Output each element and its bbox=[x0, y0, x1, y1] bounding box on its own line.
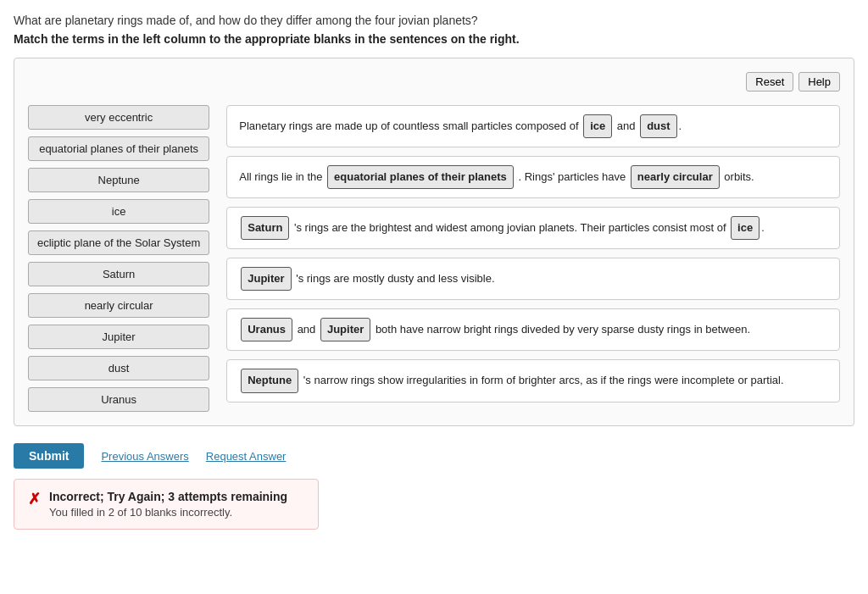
exercise-container: Reset Help very eccentricequatorial plan… bbox=[14, 58, 854, 426]
reset-button[interactable]: Reset bbox=[746, 72, 793, 92]
term-box[interactable]: ice bbox=[28, 199, 209, 224]
request-answer-button[interactable]: Request Answer bbox=[206, 450, 287, 463]
sentence-box: Uranus and Jupiter both have narrow brig… bbox=[226, 308, 840, 351]
filled-blank[interactable]: Jupiter bbox=[241, 267, 291, 291]
filled-blank[interactable]: Saturn bbox=[241, 216, 289, 240]
bottom-area: Submit Previous Answers Request Answer bbox=[14, 443, 854, 469]
left-column: very eccentricequatorial planes of their… bbox=[28, 105, 209, 412]
filled-blank[interactable]: ice bbox=[731, 216, 760, 240]
sentence-box: All rings lie in the equatorial planes o… bbox=[226, 156, 840, 198]
right-column: Planetary rings are made up of countless… bbox=[226, 105, 840, 412]
filled-blank[interactable]: ice bbox=[583, 114, 612, 138]
top-buttons: Reset Help bbox=[28, 72, 840, 92]
previous-answers-button[interactable]: Previous Answers bbox=[101, 450, 188, 463]
feedback-title: Incorrect; Try Again; 3 attempts remaini… bbox=[49, 490, 287, 503]
filled-blank[interactable]: dust bbox=[640, 114, 676, 138]
match-instruction: Match the terms in the left column to th… bbox=[14, 32, 854, 46]
filled-blank[interactable]: Neptune bbox=[241, 369, 298, 392]
submit-button[interactable]: Submit bbox=[14, 443, 84, 469]
term-box[interactable]: Uranus bbox=[28, 387, 209, 412]
feedback-icon: ✗ bbox=[28, 490, 41, 508]
sentence-box: Saturn 's rings are the brightest and wi… bbox=[226, 207, 840, 249]
help-button[interactable]: Help bbox=[798, 72, 840, 92]
feedback-content: Incorrect; Try Again; 3 attempts remaini… bbox=[49, 490, 287, 519]
filled-blank[interactable]: Jupiter bbox=[320, 318, 370, 341]
term-box[interactable]: Neptune bbox=[28, 168, 209, 192]
term-box[interactable]: nearly circular bbox=[28, 293, 209, 318]
term-box[interactable]: ecliptic plane of the Solar System bbox=[28, 230, 209, 255]
question-text: What are planetary rings made of, and ho… bbox=[14, 14, 854, 27]
sentence-box: Neptune 's narrow rings show irregularit… bbox=[226, 359, 840, 402]
filled-blank[interactable]: equatorial planes of their planets bbox=[327, 165, 514, 189]
term-box[interactable]: Jupiter bbox=[28, 325, 209, 349]
term-box[interactable]: Saturn bbox=[28, 262, 209, 286]
sentence-box: Jupiter 's rings are mostly dusty and le… bbox=[226, 258, 840, 300]
feedback-box: ✗ Incorrect; Try Again; 3 attempts remai… bbox=[14, 479, 319, 530]
feedback-detail: You filled in 2 of 10 blanks incorrectly… bbox=[49, 506, 287, 519]
term-box[interactable]: dust bbox=[28, 356, 209, 380]
sentence-box: Planetary rings are made up of countless… bbox=[226, 105, 840, 147]
term-box[interactable]: equatorial planes of their planets bbox=[28, 136, 209, 161]
main-area: very eccentricequatorial planes of their… bbox=[28, 105, 840, 412]
filled-blank[interactable]: nearly circular bbox=[631, 165, 720, 189]
term-box[interactable]: very eccentric bbox=[28, 105, 209, 130]
filled-blank[interactable]: Uranus bbox=[241, 318, 292, 341]
